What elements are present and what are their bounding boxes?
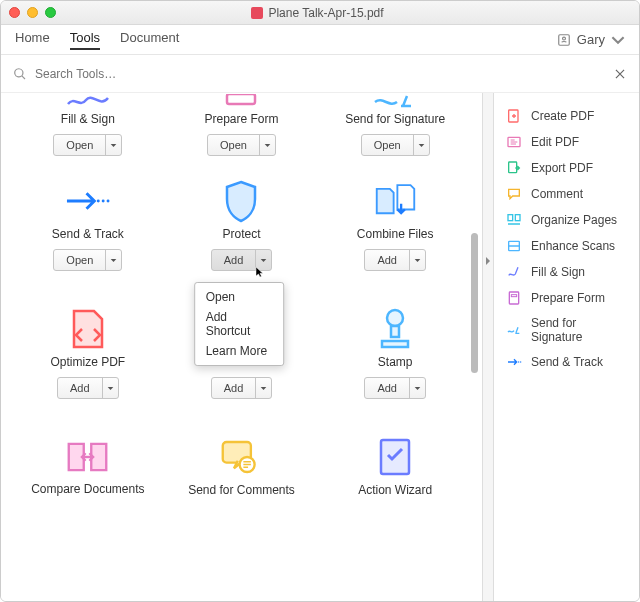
user-badge-icon [557, 33, 571, 47]
close-icon[interactable] [613, 67, 627, 81]
cursor-icon [254, 266, 266, 278]
scrollbar-thumb[interactable] [471, 233, 478, 373]
sidebar-item-export-pdf[interactable]: Export PDF [504, 155, 629, 181]
organize-icon [506, 212, 522, 228]
svg-point-5 [387, 310, 403, 326]
window-zoom-button[interactable] [45, 7, 56, 18]
open-button[interactable]: Open [53, 249, 122, 271]
window-titlebar: Plane Talk-Apr-15.pdf [1, 1, 639, 25]
scan-icon [506, 238, 522, 254]
tool-combine-files[interactable]: Combine Files Add [318, 178, 472, 306]
checklist-icon [376, 435, 414, 479]
tools-grid-pane: Fill & Sign Open Prepare Form Open Send … [1, 93, 482, 602]
chevron-right-icon [485, 256, 491, 266]
tool-prepare-form[interactable]: Prepare Form Open [165, 93, 319, 178]
send-sign-icon [373, 94, 417, 108]
menu-open[interactable]: Open [196, 287, 284, 307]
sidebar-item-comment[interactable]: Comment [504, 181, 629, 207]
tool-compare[interactable]: Compare Documents [11, 434, 165, 534]
stamp-icon [374, 307, 416, 351]
add-button[interactable]: Add [364, 377, 426, 399]
sidebar-item-create-pdf[interactable]: Create PDF [504, 103, 629, 129]
sidebar-item-send-track[interactable]: Send & Track [504, 349, 629, 375]
add-button[interactable]: Add [211, 377, 273, 399]
add-button[interactable]: Add [364, 249, 426, 271]
svg-rect-15 [509, 292, 518, 304]
window-minimize-button[interactable] [27, 7, 38, 18]
svg-point-2 [97, 199, 100, 202]
svg-rect-16 [511, 295, 516, 297]
tool-action-wizard[interactable]: Action Wizard [318, 434, 472, 534]
window-close-button[interactable] [9, 7, 20, 18]
export-pdf-icon [506, 160, 522, 176]
tool-protect[interactable]: Protect Add Open Add Shortcut Learn More [165, 178, 319, 306]
send-sign-icon [506, 322, 522, 338]
arrow-right-icon [65, 186, 110, 216]
sidebar-item-prepare-form[interactable]: Prepare Form [504, 285, 629, 311]
tab-home[interactable]: Home [15, 30, 50, 50]
sidebar-item-enhance[interactable]: Enhance Scans [504, 233, 629, 259]
dropdown-menu[interactable]: Open Add Shortcut Learn More [195, 282, 285, 366]
edit-pdf-icon [506, 134, 522, 150]
menu-add-shortcut[interactable]: Add Shortcut [196, 307, 284, 341]
form-icon [506, 290, 522, 306]
open-button[interactable]: Open [53, 134, 122, 156]
signature-icon [66, 94, 110, 108]
sidebar-item-fill-sign[interactable]: Fill & Sign [504, 259, 629, 285]
panel-divider[interactable] [482, 93, 494, 602]
tab-tools[interactable]: Tools [70, 30, 100, 50]
top-tab-bar: Home Tools Document Gary [1, 25, 639, 55]
svg-point-4 [107, 199, 110, 202]
window-title: Plane Talk-Apr-15.pdf [268, 6, 383, 20]
open-button[interactable]: Open [207, 134, 276, 156]
tool-send-signature[interactable]: Send for Signature Open [318, 93, 472, 178]
svg-rect-12 [508, 215, 513, 221]
create-pdf-icon [506, 108, 522, 124]
arrow-track-icon [506, 354, 522, 370]
open-button[interactable]: Open [361, 134, 430, 156]
shortcuts-sidebar: Create PDF Edit PDF Export PDF Comment O… [494, 93, 639, 602]
pdf-file-icon [251, 7, 263, 19]
tool-optimize-pdf[interactable]: Optimize PDF Add [11, 306, 165, 434]
search-input[interactable] [27, 67, 613, 81]
tool-send-track[interactable]: Send & Track Open [11, 178, 165, 306]
form-icon [221, 94, 261, 108]
tool-stamp[interactable]: Stamp Add [318, 306, 472, 434]
svg-point-17 [518, 361, 519, 362]
tab-document[interactable]: Document [120, 30, 179, 50]
compare-icon [65, 437, 110, 477]
comments-icon [219, 437, 264, 477]
search-icon [13, 67, 27, 81]
fill-sign-icon [506, 264, 522, 280]
svg-rect-13 [515, 215, 520, 221]
sidebar-item-send-signature[interactable]: Send for Signature [504, 311, 629, 349]
tool-send-comments[interactable]: Send for Comments [165, 434, 319, 534]
tool-fill-sign[interactable]: Fill & Sign Open [11, 93, 165, 178]
combine-icon [373, 180, 418, 222]
svg-rect-1 [227, 94, 255, 104]
comment-icon [506, 186, 522, 202]
user-menu[interactable]: Gary [557, 32, 625, 47]
sidebar-item-organize[interactable]: Organize Pages [504, 207, 629, 233]
svg-point-18 [520, 361, 521, 362]
chevron-down-icon [611, 33, 625, 47]
compress-file-icon [68, 307, 108, 351]
menu-learn-more[interactable]: Learn More [196, 341, 284, 361]
shield-icon [222, 179, 260, 223]
sidebar-item-edit-pdf[interactable]: Edit PDF [504, 129, 629, 155]
search-bar [1, 55, 639, 93]
svg-point-3 [102, 199, 105, 202]
add-button[interactable]: Add [57, 377, 119, 399]
